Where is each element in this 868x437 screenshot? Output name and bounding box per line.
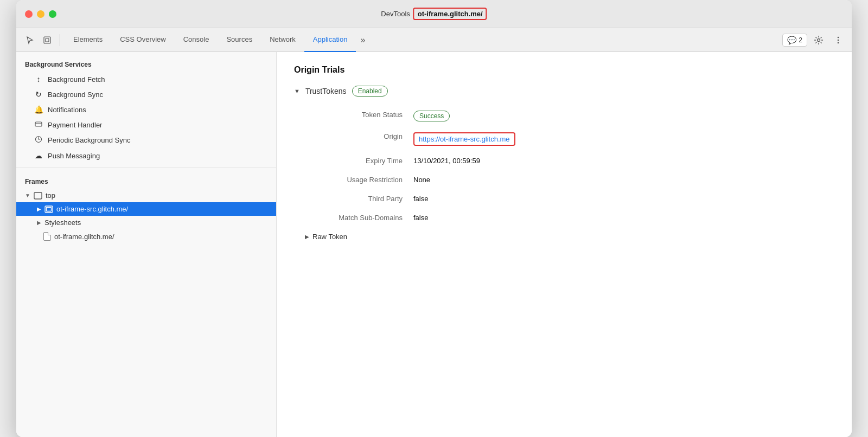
sidebar-item-notifications[interactable]: 🔔 Notifications bbox=[16, 102, 276, 117]
tab-elements[interactable]: Elements bbox=[65, 28, 111, 52]
raw-token-row[interactable]: ▶ Raw Token bbox=[305, 227, 834, 246]
svg-point-5 bbox=[838, 42, 839, 43]
sidebar: Background Services ↕ Background Fetch ↻… bbox=[16, 52, 277, 437]
sidebar-item-label-background-sync: Background Sync bbox=[48, 91, 103, 99]
cursor-icon-button[interactable] bbox=[22, 32, 38, 48]
clock-icon bbox=[35, 136, 42, 143]
sidebar-item-label-background-fetch: Background Fetch bbox=[48, 75, 105, 83]
frames-top-item[interactable]: ▼ top bbox=[16, 189, 276, 202]
cursor-icon bbox=[25, 36, 34, 44]
svg-rect-6 bbox=[35, 122, 42, 126]
titlebar: DevTools ot-iframe.glitch.me/ bbox=[16, 0, 852, 28]
tab-application[interactable]: Application bbox=[304, 28, 356, 52]
sidebar-item-push-messaging[interactable]: ☁ Push Messaging bbox=[16, 148, 276, 163]
origin-label: Origin bbox=[305, 127, 413, 151]
top-arrow-icon: ▼ bbox=[25, 192, 30, 198]
periodic-sync-icon bbox=[34, 136, 43, 145]
push-messaging-icon: ☁ bbox=[34, 151, 43, 160]
expiry-value: 13/10/2021, 00:59:59 bbox=[413, 151, 834, 170]
frames-file-label: ot-iframe.glitch.me/ bbox=[54, 233, 114, 241]
content-area: Origin Trials ▼ TrustTokens Enabled Toke… bbox=[277, 52, 852, 437]
devtools-label: DevTools bbox=[381, 10, 410, 18]
usage-restriction-value: None bbox=[413, 170, 834, 189]
background-sync-icon: ↻ bbox=[34, 90, 43, 99]
svg-rect-0 bbox=[44, 37, 50, 43]
background-fetch-icon: ↕ bbox=[34, 75, 43, 83]
iframe-arrow-icon: ▶ bbox=[37, 206, 41, 212]
inspect-icon-button[interactable] bbox=[39, 32, 55, 48]
frames-stylesheets-item[interactable]: ▶ Stylesheets bbox=[16, 216, 276, 229]
raw-token-label: Raw Token bbox=[312, 233, 347, 241]
toolbar-divider-1 bbox=[60, 34, 60, 46]
toolbar: Elements CSS Overview Console Sources Ne… bbox=[16, 28, 852, 52]
trial-details: Token Status Success Origin https://ot-i… bbox=[305, 105, 834, 227]
tab-network[interactable]: Network bbox=[261, 28, 304, 52]
close-button[interactable] bbox=[25, 10, 33, 18]
titlebar-url: ot-iframe.glitch.me/ bbox=[413, 8, 487, 20]
sidebar-item-background-sync[interactable]: ↻ Background Sync bbox=[16, 87, 276, 102]
svg-rect-9 bbox=[34, 192, 42, 199]
payment-handler-icon bbox=[34, 120, 43, 129]
frames-label: Frames bbox=[16, 172, 276, 189]
stylesheets-arrow-icon: ▶ bbox=[37, 220, 41, 226]
settings-icon-button[interactable] bbox=[810, 32, 827, 48]
chat-count: 2 bbox=[799, 36, 802, 44]
raw-token-arrow-icon: ▶ bbox=[305, 234, 309, 240]
iframe-box-icon bbox=[44, 205, 53, 213]
usage-restriction-label: Usage Restriction bbox=[305, 170, 413, 189]
trial-header: ▼ TrustTokens Enabled bbox=[294, 86, 834, 97]
token-status-value: Success bbox=[413, 105, 834, 127]
sidebar-divider-1 bbox=[16, 168, 276, 168]
more-tabs-button[interactable]: » bbox=[356, 35, 369, 45]
sidebar-item-periodic-background-sync[interactable]: Periodic Background Sync bbox=[16, 132, 276, 148]
card-icon bbox=[35, 121, 42, 127]
kebab-menu-icon bbox=[834, 36, 843, 44]
gear-icon bbox=[814, 35, 824, 45]
traffic-lights bbox=[25, 10, 56, 18]
sidebar-item-label-periodic-background-sync: Periodic Background Sync bbox=[48, 136, 130, 144]
sidebar-item-label-push-messaging: Push Messaging bbox=[48, 152, 100, 160]
file-icon bbox=[43, 232, 51, 241]
background-services-label: Background Services bbox=[16, 52, 276, 72]
notifications-icon: 🔔 bbox=[34, 105, 43, 114]
chat-icon: 💬 bbox=[787, 36, 796, 44]
maximize-button[interactable] bbox=[49, 10, 56, 18]
titlebar-center: DevTools ot-iframe.glitch.me/ bbox=[381, 8, 487, 20]
frames-iframe-label: ot-iframe-src.glitch.me/ bbox=[56, 205, 128, 213]
sidebar-item-label-notifications: Notifications bbox=[48, 106, 86, 114]
trial-section: ▼ TrustTokens Enabled Token Status Succe… bbox=[294, 86, 834, 246]
svg-rect-1 bbox=[46, 38, 49, 42]
svg-point-2 bbox=[818, 38, 820, 41]
svg-point-3 bbox=[838, 36, 839, 38]
chat-badge[interactable]: 💬 2 bbox=[782, 34, 807, 47]
page-title: Origin Trials bbox=[294, 65, 834, 75]
devtools-window: DevTools ot-iframe.glitch.me/ Elements C… bbox=[16, 0, 852, 437]
inspect-icon bbox=[43, 36, 52, 44]
trial-name: TrustTokens bbox=[305, 87, 347, 95]
trial-collapse-arrow[interactable]: ▼ bbox=[294, 88, 300, 94]
third-party-label: Third Party bbox=[305, 189, 413, 208]
frames-top-label: top bbox=[46, 191, 55, 200]
origin-value: https://ot-iframe-src.glitch.me bbox=[413, 127, 834, 151]
sidebar-item-payment-handler[interactable]: Payment Handler bbox=[16, 117, 276, 132]
sidebar-item-background-fetch[interactable]: ↕ Background Fetch bbox=[16, 72, 276, 87]
frames-file-item[interactable]: ot-iframe.glitch.me/ bbox=[16, 229, 276, 243]
minimize-button[interactable] bbox=[37, 10, 44, 18]
tab-console[interactable]: Console bbox=[175, 28, 218, 52]
third-party-value: false bbox=[413, 189, 834, 208]
toolbar-tabs: Elements CSS Overview Console Sources Ne… bbox=[65, 28, 781, 52]
frames-iframe-item[interactable]: ▶ ot-iframe-src.glitch.me/ bbox=[16, 202, 276, 216]
svg-rect-11 bbox=[47, 207, 52, 211]
token-status-label: Token Status bbox=[305, 105, 413, 127]
origin-url: https://ot-iframe-src.glitch.me bbox=[413, 132, 515, 146]
expiry-label: Expiry Time bbox=[305, 151, 413, 170]
svg-point-4 bbox=[838, 39, 839, 41]
frames-stylesheets-label: Stylesheets bbox=[44, 218, 81, 227]
menu-icon-button[interactable] bbox=[830, 32, 846, 48]
sidebar-item-label-payment-handler: Payment Handler bbox=[48, 121, 102, 129]
match-subdomains-label: Match Sub-Domains bbox=[305, 208, 413, 227]
toolbar-right: 💬 2 bbox=[782, 32, 846, 48]
tab-css-overview[interactable]: CSS Overview bbox=[111, 28, 175, 52]
tab-sources[interactable]: Sources bbox=[218, 28, 261, 52]
frame-box-icon bbox=[34, 192, 42, 200]
